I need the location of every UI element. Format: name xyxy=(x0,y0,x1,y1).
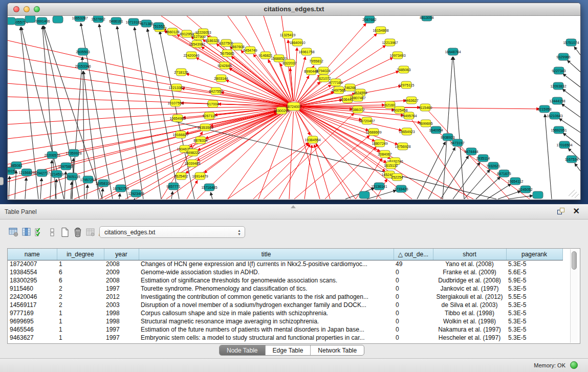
network-view-window[interactable]: citations_edges.txt 18724007113254191864… xyxy=(7,3,581,200)
graph-node[interactable]: 17359928 xyxy=(66,149,81,157)
graph-node[interactable]: 751552 xyxy=(153,23,164,30)
graph-node[interactable]: 8938923 xyxy=(441,134,454,141)
graph-node[interactable]: 10653287 xyxy=(72,16,88,21)
graph-node[interactable]: 6473197 xyxy=(450,139,464,146)
float-panel-button[interactable] xyxy=(557,208,565,216)
stacked-boxes-button[interactable] xyxy=(46,226,58,238)
graph-node[interactable]: 8215958 xyxy=(537,105,551,113)
graph-node[interactable]: 2084067 xyxy=(378,150,391,158)
tab-edge-table[interactable]: Edge Table xyxy=(266,345,311,355)
graph-node[interactable]: 10975887 xyxy=(58,163,74,170)
graph-node[interactable]: 9777169 xyxy=(329,79,342,86)
graph-node[interactable]: 62160 xyxy=(385,101,395,108)
table-row[interactable]: 946554611997Estimation of the future num… xyxy=(8,325,562,334)
graph-node[interactable]: 7932621 xyxy=(486,162,500,169)
table-row[interactable]: 1872400712008Changes of HCN gene express… xyxy=(8,260,562,268)
graph-node[interactable]: 252254 xyxy=(391,173,403,181)
column-header-out-degree-sorted[interactable]: △ out_de... xyxy=(394,249,433,260)
table-row[interactable]: 1938455462009Genome-wide association stu… xyxy=(8,268,562,276)
graph-node[interactable]: 18640910 xyxy=(289,39,305,46)
graph-node[interactable]: 16961758 xyxy=(298,48,314,55)
graph-node[interactable]: 10107553 xyxy=(167,99,183,106)
graph-node[interactable]: 9660128 xyxy=(165,28,179,35)
network-table-select[interactable]: citations_edges.txt ▲▼ xyxy=(99,226,245,238)
graph-node[interactable]: 2718126 xyxy=(174,69,188,76)
table-settings-button[interactable] xyxy=(7,226,20,238)
table-row[interactable]: 946362711997Embryonic stem cells: a mode… xyxy=(8,334,562,342)
graph-node[interactable]: 12093832 xyxy=(550,82,566,90)
graph-node[interactable]: 9463627 xyxy=(404,97,418,104)
close-panel-button[interactable]: ✕ xyxy=(573,206,580,216)
window-title-bar[interactable]: citations_edges.txt xyxy=(8,3,580,16)
graph-node[interactable]: 22420046 xyxy=(183,52,199,59)
column-header-in-degree[interactable]: in_degree xyxy=(57,249,104,260)
memory-ok-icon[interactable] xyxy=(570,361,578,369)
graph-node[interactable] xyxy=(8,17,15,25)
graph-node[interactable]: 6454749 xyxy=(243,47,257,54)
show-column-button[interactable] xyxy=(20,226,33,238)
tab-network-table[interactable]: Network Table xyxy=(311,345,364,355)
graph-node[interactable]: 16720407 xyxy=(359,117,375,124)
graph-node[interactable]: 9699695 xyxy=(419,120,432,127)
graph-node[interactable]: 12444158 xyxy=(549,97,565,104)
resize-grip-icon[interactable] xyxy=(569,190,579,198)
graph-node[interactable]: 10688609 xyxy=(365,128,381,136)
table-row[interactable]: 2242004622012Investigating the contribut… xyxy=(8,293,562,301)
graph-node[interactable]: 5675685 xyxy=(220,50,234,57)
graph-node[interactable]: 20206576 xyxy=(44,151,60,159)
graph-node[interactable]: 9857771 xyxy=(166,183,180,190)
graph-node[interactable]: 8427552 xyxy=(209,87,223,95)
graph-node[interactable]: 7955812 xyxy=(309,57,323,64)
graph-node[interactable]: 2605503 xyxy=(76,48,90,55)
graph-node[interactable]: 9242845 xyxy=(217,62,231,69)
table-row[interactable]: 911546021997Tourette syndrome. Phenomeno… xyxy=(8,285,562,293)
graph-node[interactable]: 7485063 xyxy=(397,66,410,73)
graph-node[interactable]: 9115460 xyxy=(419,104,432,111)
graph-node[interactable]: 8878334 xyxy=(193,137,207,144)
graph-node[interactable]: 9671385 xyxy=(139,20,153,27)
graph-node[interactable]: 2935114 xyxy=(476,155,490,162)
column-header-short[interactable]: short xyxy=(433,249,506,260)
column-header-name[interactable]: name xyxy=(8,249,57,260)
graph-node[interactable]: 9245052 xyxy=(518,186,532,193)
graph-node[interactable]: 20153346 xyxy=(75,62,91,70)
graph-node[interactable]: 20691406 xyxy=(34,17,50,25)
column-header-title[interactable]: title xyxy=(139,249,394,260)
table-vertical-scrollbar[interactable] xyxy=(570,249,578,343)
splitter-handle-icon[interactable] xyxy=(291,205,296,208)
graph-node[interactable]: 9267110 xyxy=(203,112,216,119)
graph-node[interactable]: 15692951 xyxy=(551,126,567,134)
graph-node[interactable]: 8186328 xyxy=(205,37,219,44)
new-file-button[interactable] xyxy=(58,226,71,238)
column-header-pagerank[interactable]: pagerank xyxy=(506,249,562,260)
graph-node[interactable]: 16648784 xyxy=(445,48,461,55)
graph-node[interactable]: 1640954 xyxy=(429,126,443,134)
delete-button[interactable] xyxy=(71,226,84,238)
column-header-year[interactable]: year xyxy=(104,249,139,260)
graph-node[interactable] xyxy=(533,191,543,199)
graph-node[interactable]: 1615132 xyxy=(384,162,398,169)
graph-node[interactable]: 12213967 xyxy=(382,39,398,46)
select-rows-button[interactable] xyxy=(33,226,46,238)
table-row[interactable]: 1456911722003Disruption of a novel membe… xyxy=(8,301,562,309)
graph-node[interactable]: 9474444 xyxy=(464,148,478,155)
graph-node[interactable]: 2803144 xyxy=(214,75,228,82)
graph-node[interactable]: 8498222 xyxy=(186,149,200,156)
graph-node[interactable]: 1214519 xyxy=(50,170,63,178)
graph-node[interactable]: 11325419 xyxy=(280,31,296,38)
graph-node[interactable]: 15136141 xyxy=(371,183,387,190)
graph-node[interactable] xyxy=(25,16,35,23)
network-graph[interactable]: 1872400711325419186409101696175879558128… xyxy=(8,16,580,200)
network-canvas[interactable]: 1872400711325419186409101696175879558128… xyxy=(8,16,580,200)
graph-node[interactable] xyxy=(359,191,369,199)
graph-node[interactable]: 10654112 xyxy=(508,178,524,185)
graph-node[interactable]: 9227343 xyxy=(552,67,565,74)
graph-node[interactable]: 2867608 xyxy=(230,43,244,50)
graph-node[interactable] xyxy=(53,16,63,23)
graph-node[interactable]: 17957253 xyxy=(80,176,96,183)
graph-node[interactable]: 16210643 xyxy=(547,112,562,119)
graph-node[interactable]: 1527602 xyxy=(91,16,105,23)
graph-node[interactable]: 8471675 xyxy=(497,170,511,177)
graph-node[interactable]: 19756928 xyxy=(395,143,410,150)
scrollbar-thumb[interactable] xyxy=(572,251,577,270)
